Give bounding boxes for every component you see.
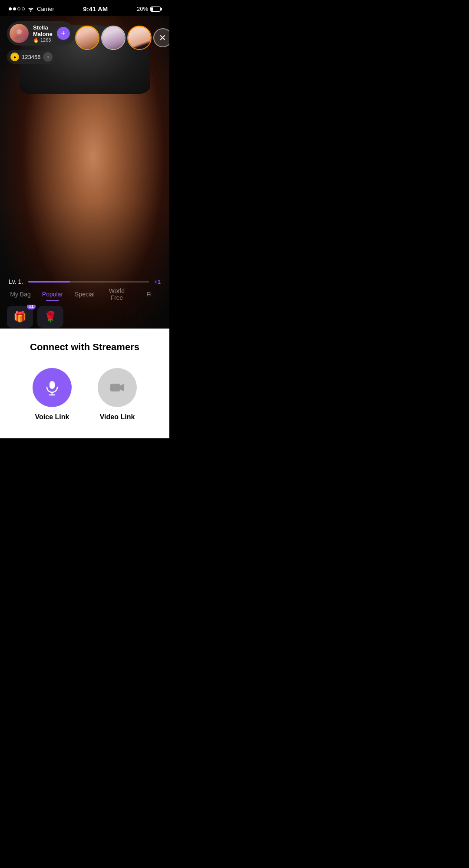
camera-icon [109,379,126,396]
level-fill [28,281,70,283]
tab-special[interactable]: Special [69,287,101,301]
viewer-face-1 [76,26,99,49]
voice-link-button[interactable]: Voice Link [33,368,72,421]
viewers-group: 👑 ♛ 👑 ✕ [75,26,169,50]
signal-dot-4 [22,7,25,10]
status-time: 9:41 AM [83,5,108,13]
voice-link-label: Voice Link [35,413,69,421]
carrier-label: Carrier [37,6,54,12]
video-link-button[interactable]: Video Link [98,368,137,421]
crown-3: 👑 [135,26,143,27]
connect-title: Connect with Streamers [9,342,161,353]
gift-icon-2: 🌹 [44,311,57,323]
tab-popular[interactable]: Popular [36,287,69,301]
streamer-fire: 🔥 1263 [33,37,53,43]
svg-point-2 [15,36,23,39]
gift-item-2[interactable]: 🌹 [37,306,63,328]
streamer-score: 1263 [40,37,51,43]
close-button[interactable]: ✕ [153,28,169,47]
svg-point-1 [17,29,22,34]
viewer-avatar-3[interactable]: 👑 [127,26,152,50]
signal-dot-2 [13,7,16,10]
viewer-face-3 [128,26,151,49]
gift-badge: x1 [27,305,36,309]
video-link-label: Video Link [100,413,135,421]
battery-percent: 20% [137,6,148,12]
svg-rect-6 [110,384,120,391]
status-right: 20% [137,6,161,12]
streamer-avatar [10,24,29,43]
video-icon-circle [98,368,137,407]
tab-fi[interactable]: Fi [133,287,165,301]
status-bar: Carrier 9:41 AM 20% [0,0,169,16]
gift-preview: x1 🎁 🌹 [0,305,169,329]
svg-marker-7 [120,384,124,391]
fire-icon: 🔥 [33,37,39,43]
battery-icon [150,7,161,12]
svg-rect-3 [50,381,55,389]
svg-point-0 [30,10,32,12]
signal-dots [9,7,25,10]
gift-icon-1: 🎁 [13,311,26,323]
tab-world-free[interactable]: World Free [101,284,133,305]
microphone-icon [44,379,60,396]
signal-dot-3 [17,7,20,10]
voice-icon-circle [33,368,72,407]
streamer-card: Stella Malone 🔥 1263 + [7,21,75,46]
battery-fill [151,7,153,11]
top-controls: Stella Malone 🔥 1263 + 👑 ♛ 👑 ✕ [0,16,169,55]
tabs-row: My Bag Popular Special World Free Fi [4,284,165,305]
crown-2: ♛ [110,26,116,27]
connect-buttons: Voice Link Video Link [9,368,161,421]
tab-my-bag[interactable]: My Bag [4,287,36,301]
crown-1: 👑 [83,26,91,27]
streamer-info: Stella Malone 🔥 1263 [33,24,53,43]
gift-item-1[interactable]: x1 🎁 [7,306,33,328]
tabs-section: My Bag Popular Special World Free Fi [0,284,169,305]
video-area: Stella Malone 🔥 1263 + 👑 ♛ 👑 ✕ [0,16,169,329]
status-left: Carrier [9,6,54,12]
wifi-icon [27,7,34,12]
viewer-avatar-2[interactable]: ♛ [101,26,126,50]
bottom-panel: Connect with Streamers Voice Link Video [0,329,169,438]
viewer-avatar-1[interactable]: 👑 [75,26,99,50]
viewer-face-2 [102,26,125,49]
signal-dot-1 [9,7,12,10]
follow-button[interactable]: + [57,27,70,40]
level-track [28,281,149,283]
streamer-name: Stella Malone [33,24,53,37]
